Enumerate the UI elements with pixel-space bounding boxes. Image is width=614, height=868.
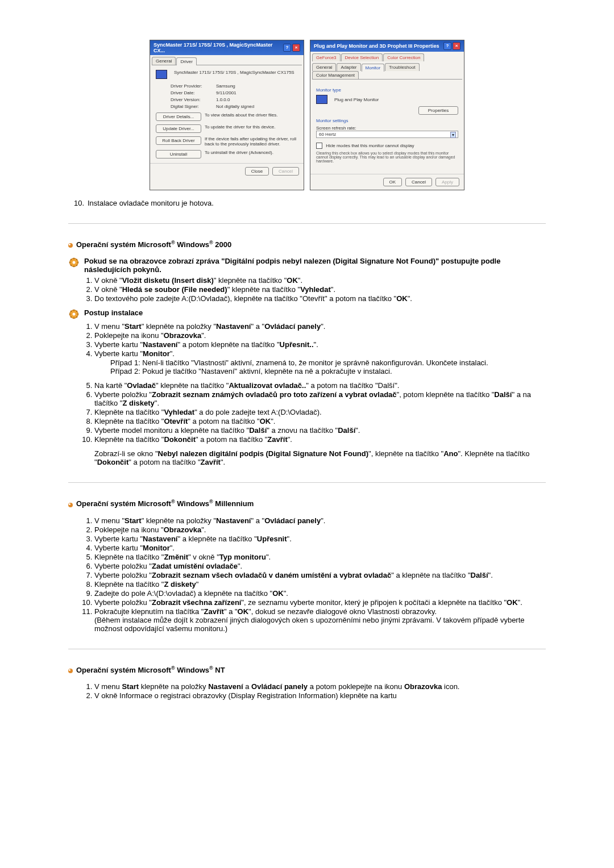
prop-window-title: Plug and Play Monitor and 3D Prophet III… <box>314 43 439 49</box>
bullet-icon <box>68 503 73 507</box>
tab-device-selection[interactable]: Device Selection <box>341 53 383 61</box>
uninstall-desc: To uninstall the driver (Advanced). <box>205 150 298 155</box>
driver-window-footer: Close Cancel <box>150 163 304 179</box>
prop-window-footer: OK Cancel Apply <box>310 174 464 190</box>
driver-details-button[interactable]: Driver Details... <box>156 112 201 121</box>
monitor-icon <box>316 95 327 104</box>
row-date: Driver Date: 9/11/2001 <box>171 90 298 95</box>
step-10-done: 10. Instalace ovladače monitoru je hotov… <box>68 199 546 207</box>
tab-driver[interactable]: Driver <box>176 57 196 65</box>
monitor-type-head: Monitor type <box>316 87 458 93</box>
driver-window-title: SyncMaster 171S/ 175S/ 170S , MagicSyncM… <box>154 42 283 53</box>
tab-troubleshoot[interactable]: Troubleshoot <box>385 63 419 71</box>
list-item: Poklepejte na ikonu "Obrazovka". <box>94 331 546 340</box>
bullet-icon <box>68 243 73 248</box>
heading-win2000: Operační systém Microsoft® Windows® 2000 <box>68 240 546 249</box>
cancel-button[interactable]: Cancel <box>405 178 432 186</box>
list-item: V okně Informace o registraci obrazovky … <box>94 691 546 700</box>
list-item: Pokračujte klepnutím na tlačítka "Zavřít… <box>94 607 546 633</box>
display-properties-window: Plug and Play Monitor and 3D Prophet III… <box>310 40 464 190</box>
heading-winme: Operační systém Microsoft® Windows® Mill… <box>68 499 546 508</box>
win2000-steps-b: Na kartě "Ovladač" klepněte na tlačítko … <box>84 381 546 444</box>
win2000-case1: Případ 1: Není-li tlačítko "Vlastnosti" … <box>110 358 546 367</box>
list-item: Klepněte na tlačítko "Otevřít" a potom n… <box>94 417 546 425</box>
heading-win2000-text: Operační systém Microsoft® Windows® 2000 <box>76 240 231 249</box>
help-icon[interactable]: ? <box>283 44 291 52</box>
hide-modes-label: Hide modes that this monitor cannot disp… <box>326 143 414 148</box>
winme-steps: V menu "Start" klepněte na položky "Nast… <box>84 516 546 633</box>
win2000-install-head-row: Postup instalace <box>68 308 546 320</box>
driver-properties-window: SyncMaster 171S/ 175S/ 170S , MagicSyncM… <box>150 40 304 190</box>
list-item: Vyberte kartu "Monitor". <box>94 544 546 552</box>
prop-tabs-row1: GeForce3 Device Selection Color Correcti… <box>312 53 462 61</box>
list-item: V menu Start klepněte na položky Nastave… <box>94 682 546 691</box>
gear-icon <box>68 257 80 268</box>
list-item: Vyberte kartu "Nastavení" a klepněte na … <box>94 535 546 543</box>
driver-details-desc: To view details about the driver files. <box>205 112 298 118</box>
tab-color-management[interactable]: Color Management <box>312 71 359 79</box>
monitor-settings-head: Monitor settings <box>316 118 458 123</box>
help-icon[interactable]: ? <box>443 42 451 50</box>
tab-adapter[interactable]: Adapter <box>337 63 360 71</box>
list-item: V menu "Start" klepněte na položky "Nast… <box>94 516 546 525</box>
list-item: Klepněte na tlačítko "Vyhledat" a do pol… <box>94 408 546 416</box>
list-item: Vyberte kartu "Monitor". <box>94 349 546 358</box>
separator <box>68 223 546 224</box>
close-button[interactable]: Close <box>245 167 269 176</box>
tab-geforce[interactable]: GeForce3 <box>312 53 341 61</box>
rollback-driver-button[interactable]: Roll Back Driver <box>156 136 201 145</box>
tab-color-correction[interactable]: Color Correction <box>383 53 424 61</box>
list-item: Vyberte položku "Zadat umístění ovladače… <box>94 562 546 570</box>
refresh-rate-select[interactable]: 60 Hertz <box>316 131 458 138</box>
driver-window-body: SyncMaster 171S/ 175S/ 170S , MagicSyncM… <box>150 65 304 163</box>
list-item: V okně "Vložit disketu (Insert disk)" kl… <box>94 276 546 285</box>
hide-modes-note: Clearing this check box allows you to se… <box>316 151 458 163</box>
separator <box>68 482 546 483</box>
list-item: Klepněte na tlačítko "Změnit" v okně "Ty… <box>94 553 546 561</box>
svg-point-1 <box>73 261 76 264</box>
list-item: V okně "Hledá se soubor (File needed)" k… <box>94 285 546 294</box>
monitor-icon <box>156 70 167 79</box>
list-item: Vyberte položku "Zobrazit seznam známých… <box>94 390 546 407</box>
tab-monitor[interactable]: Monitor <box>362 64 385 72</box>
heading-winnt: Operační systém Microsoft® Windows® NT <box>68 665 546 674</box>
list-item: Klepněte na tlačítko "Dokončit" a potom … <box>94 435 546 444</box>
rollback-driver-desc: If the device fails after updating the d… <box>205 136 298 147</box>
apply-button: Apply <box>435 178 459 186</box>
update-driver-button[interactable]: Update Driver... <box>156 124 201 133</box>
win2000-case2: Případ 2: Pokud je tlačítko "Nastavení" … <box>110 367 546 375</box>
uninstall-button[interactable]: Uninstall <box>156 150 201 158</box>
hide-modes-checkbox[interactable] <box>316 143 322 149</box>
driver-window-titlebar: SyncMaster 171S/ 175S/ 170S , MagicSyncM… <box>150 40 304 55</box>
list-item: Vyberte kartu "Nastavení" a potom klepně… <box>94 340 546 349</box>
win2000-steps-a: V menu "Start" klepněte na položky "Nast… <box>84 322 546 358</box>
list-item: V menu "Start" klepněte na položky "Nast… <box>94 322 546 331</box>
heading-winme-text: Operační systém Microsoft® Windows® Mill… <box>76 499 254 508</box>
monitor-type-value: Plug and Play Monitor <box>334 97 458 102</box>
refresh-rate-label: Screen refresh rate: <box>316 126 458 131</box>
close-icon[interactable]: × <box>453 42 460 50</box>
list-item: Klepněte na tlačítko "Z diskety" <box>94 580 546 589</box>
list-item: Vyberte položku "Zobrazit seznam všech o… <box>94 571 546 579</box>
win2000-warning: Pokud se na obrazovce zobrazí zpráva "Di… <box>68 257 546 274</box>
screenshot-row: SyncMaster 171S/ 175S/ 170S , MagicSyncM… <box>0 40 614 190</box>
row-provider: Driver Provider: Samsung <box>171 84 298 89</box>
monitor-properties-button[interactable]: Properties <box>418 106 458 115</box>
separator <box>68 649 546 649</box>
ok-button[interactable]: OK <box>383 178 403 186</box>
driver-tabs: General Driver <box>152 57 302 65</box>
heading-winnt-text: Operační systém Microsoft® Windows® NT <box>76 665 225 674</box>
window-controls: ? × <box>283 44 300 52</box>
row-signer: Digital Signer: Not digitally signed <box>171 104 298 109</box>
list-item: Do textového pole zadejte A:(D:\Ovladač)… <box>94 294 546 303</box>
row-version: Driver Version: 1.0.0.0 <box>171 97 298 102</box>
tab-general[interactable]: General <box>312 63 336 71</box>
document-content: 10. Instalace ovladače monitoru je hotov… <box>68 199 546 700</box>
list-item: Na kartě "Ovladač" klepněte na tlačítko … <box>94 381 546 390</box>
close-icon[interactable]: × <box>292 44 300 52</box>
device-name: SyncMaster 171S/ 175S/ 170S , MagicSyncM… <box>174 70 298 75</box>
list-item: Zadejte do pole A:\(D:\ovladač) a klepně… <box>94 589 546 598</box>
tab-general[interactable]: General <box>152 57 176 65</box>
prop-tabs-row2: General Adapter Monitor Troubleshoot Col… <box>312 63 462 80</box>
window-controls: ? × <box>443 42 460 50</box>
